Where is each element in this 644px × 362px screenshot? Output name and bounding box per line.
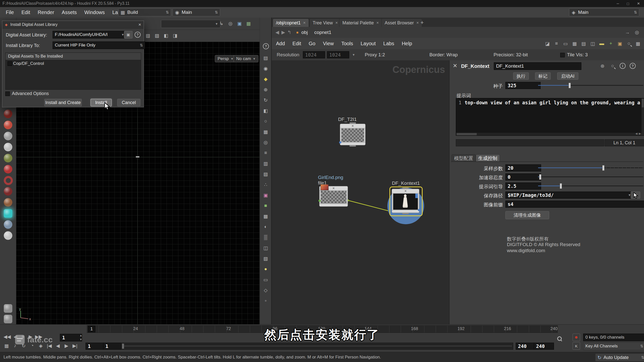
netmenu-edit[interactable]: Edit bbox=[289, 38, 305, 49]
visibility-icon[interactable]: ◫ bbox=[263, 245, 269, 251]
rotate-handle-icon[interactable]: ↻ bbox=[263, 97, 269, 103]
tab-tree-view[interactable]: Tree View× bbox=[309, 19, 341, 27]
shelf-tool-flamingo[interactable] bbox=[4, 121, 12, 129]
library-path-field[interactable]: F:/HoudiniAI/ComfyUIHDA/I ▼ bbox=[53, 31, 127, 38]
node-input-connector[interactable] bbox=[349, 122, 356, 124]
netmenu-go[interactable]: Go bbox=[305, 38, 319, 49]
add-node-icon[interactable]: + bbox=[608, 40, 614, 47]
slider-handle[interactable] bbox=[560, 183, 562, 189]
multi-snap-icon[interactable]: ≡ bbox=[263, 150, 269, 156]
close-tab-icon[interactable]: × bbox=[303, 20, 306, 25]
gear-icon[interactable]: ⊛ bbox=[599, 63, 606, 69]
jump-to-operator-icon[interactable]: → bbox=[624, 29, 630, 35]
shelf-tool-rubber-toy[interactable] bbox=[4, 198, 12, 207]
library-chooser-button[interactable]: ▣ bbox=[124, 31, 133, 38]
node-flag-dot[interactable] bbox=[339, 141, 341, 144]
resolution-y-field[interactable]: 1024 bbox=[327, 51, 349, 58]
netmenu-add[interactable]: Add bbox=[272, 38, 289, 49]
maximize-button[interactable]: □ bbox=[623, 2, 633, 6]
node-name-field[interactable]: DF_Kontext1 bbox=[494, 62, 581, 70]
range-slider-handle[interactable] bbox=[122, 344, 124, 349]
range-end-field[interactable]: 240 bbox=[534, 343, 554, 350]
launch-ai-button[interactable]: 启动AI bbox=[557, 72, 578, 80]
netmenu-view[interactable]: View bbox=[319, 38, 338, 49]
select-objects-icon[interactable]: ◉ bbox=[263, 65, 269, 71]
material-view-icon[interactable]: ■ bbox=[263, 203, 269, 209]
netmenu-help[interactable]: Help bbox=[398, 38, 416, 49]
frame-view-a-icon[interactable]: ◧ bbox=[163, 32, 169, 38]
points-display-icon[interactable]: ∴ bbox=[263, 182, 269, 188]
shelf-tool-crow[interactable] bbox=[4, 110, 12, 118]
playback-start-field[interactable]: 1 bbox=[103, 343, 122, 350]
next-key-button[interactable]: ▶ bbox=[63, 343, 69, 349]
display-flags-icon[interactable]: ◇ bbox=[263, 287, 269, 293]
advanced-options-checkbox[interactable] bbox=[5, 92, 10, 96]
tab-asset-browser[interactable]: Asset Browser× bbox=[381, 19, 422, 27]
netmenu-layout[interactable]: Layout bbox=[357, 38, 379, 49]
search-icon[interactable]: ○ bbox=[626, 40, 632, 47]
back-icon[interactable]: ◀ bbox=[274, 29, 280, 35]
tab-generation-control[interactable]: 生成控制 bbox=[476, 154, 500, 162]
shelf-tool-blue-sphere[interactable] bbox=[4, 220, 12, 229]
node-output-connector[interactable] bbox=[402, 213, 409, 214]
prev-key-button[interactable]: ◀ bbox=[55, 343, 61, 349]
set-key-button[interactable]: K bbox=[573, 342, 580, 350]
isolate-icon[interactable]: ▧ bbox=[263, 255, 269, 261]
menu-file[interactable]: File bbox=[2, 7, 18, 18]
tab-obj-copnet1[interactable]: /obj/copnet1× bbox=[273, 19, 309, 27]
shelf-tool-character-silver[interactable] bbox=[4, 143, 12, 151]
netmenu-tools[interactable]: Tools bbox=[338, 38, 357, 49]
assets-list-header[interactable]: Digital Assets To Be Installed bbox=[6, 53, 141, 60]
snapshot-icon[interactable]: ▧ bbox=[145, 32, 151, 38]
sampling-steps-field[interactable]: 20 bbox=[505, 164, 541, 171]
frame-spinner[interactable]: ▲ ▼ bbox=[79, 334, 83, 341]
asset-item-checkbox[interactable] bbox=[8, 61, 12, 66]
shelf-tool-character-green[interactable] bbox=[4, 154, 12, 162]
node-df-t2i1[interactable]: ✕ bbox=[340, 124, 366, 145]
snap-grid-icon[interactable]: ▦ bbox=[263, 129, 269, 135]
parameters-panel-icon[interactable]: ≡ bbox=[553, 40, 559, 47]
border-label[interactable]: Border: Wrap bbox=[429, 52, 458, 58]
shelf-tool-character-gray[interactable] bbox=[4, 132, 12, 140]
sticky-note-icon[interactable]: ▬ bbox=[599, 40, 605, 47]
network-graph[interactable]: Copernicus DF_T2I1 ✕ GirlEnd.png file1 ✕ bbox=[272, 60, 449, 324]
pin-path-icon[interactable]: ◎ bbox=[634, 29, 640, 35]
viewport-layout-icon[interactable]: ▫ bbox=[263, 298, 269, 304]
seed-field[interactable]: 325 bbox=[505, 82, 541, 89]
up-level-icon[interactable]: ↰ bbox=[286, 29, 292, 35]
prompt-hscrollbar[interactable]: ◀ ▶ bbox=[456, 133, 641, 135]
search-parms-icon[interactable]: ○ bbox=[610, 63, 616, 69]
chevron-down-icon[interactable]: ▼ bbox=[629, 193, 630, 197]
auto-key-toggle[interactable] bbox=[573, 334, 580, 341]
light-icon[interactable]: ● bbox=[263, 266, 269, 272]
build-tools-icon[interactable]: ◪ bbox=[544, 40, 550, 47]
node-flag-dot[interactable] bbox=[318, 200, 321, 202]
right-desktop-selector[interactable]: ◈ Main ⇅ bbox=[569, 8, 639, 16]
next-keyframe-button[interactable]: ▶| bbox=[72, 343, 78, 349]
scroll-left-icon[interactable]: ◀ bbox=[635, 132, 637, 135]
prompt-editor[interactable]: 1 top-down view of an asian girl lying o… bbox=[456, 98, 644, 136]
shaded-display-icon[interactable]: ◐ bbox=[263, 224, 269, 230]
proxy-label[interactable]: Proxy 1:2 bbox=[365, 52, 385, 58]
close-tab-icon[interactable]: × bbox=[335, 20, 338, 25]
prompt-vscrollbar[interactable] bbox=[641, 98, 644, 135]
image-prefix-field[interactable]: s4 bbox=[505, 201, 644, 208]
save-path-field[interactable]: $HIP/Image/to3d/ ▼ bbox=[505, 192, 633, 199]
tile-vis-checkbox[interactable] bbox=[560, 53, 565, 57]
uv-view-icon[interactable]: ▣ bbox=[263, 192, 269, 198]
display-options-icon[interactable]: ▭ bbox=[562, 40, 569, 47]
shelf-tool-hand[interactable] bbox=[4, 304, 12, 313]
shelf-tool-teapot[interactable] bbox=[4, 231, 12, 240]
chevron-down-icon[interactable]: ▼ bbox=[352, 53, 355, 57]
asset-list-item[interactable]: Cop/DF_Control bbox=[6, 60, 141, 67]
prompt-guidance-slider[interactable] bbox=[538, 183, 643, 189]
ghost-objects-icon[interactable]: ▒ bbox=[263, 234, 269, 240]
shelf-tool-maroon-toy[interactable] bbox=[4, 187, 12, 196]
shelf-tool-squab-selected[interactable] bbox=[4, 209, 12, 218]
slider-handle[interactable] bbox=[539, 174, 541, 180]
shelf-tool-magnet[interactable] bbox=[4, 315, 12, 323]
tab-model-config[interactable]: 模型配置 bbox=[452, 154, 476, 162]
select-target-icon[interactable]: ◎ bbox=[227, 20, 233, 26]
compare-snapshot-icon[interactable]: ▨ bbox=[154, 32, 160, 38]
view-persp-button[interactable]: Persp ▼ bbox=[215, 55, 236, 62]
